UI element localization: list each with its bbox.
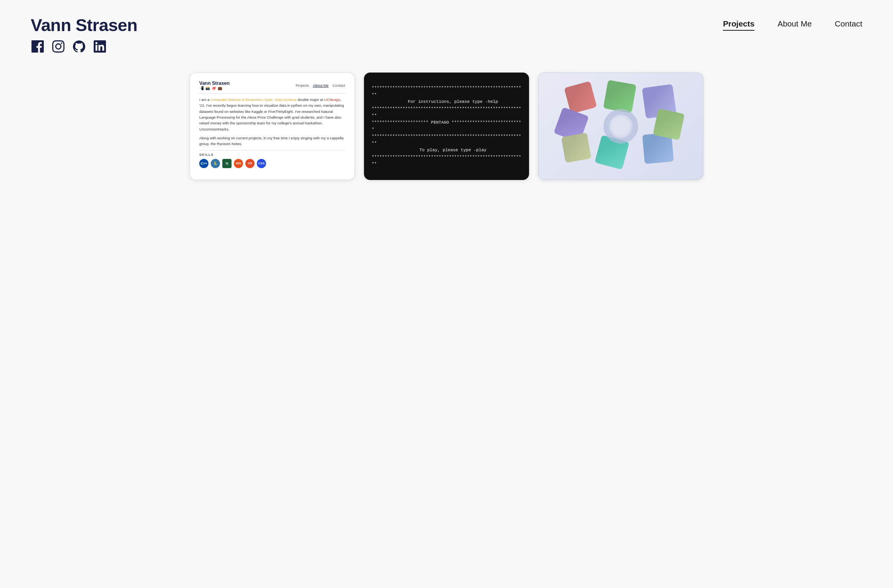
bio-paragraph-2: Along with working on current projects, … bbox=[199, 135, 345, 147]
mini-li-icon: 💼 bbox=[218, 86, 222, 90]
main-nav: Projects About Me Contact bbox=[723, 15, 862, 31]
site-title: Vann Strasen bbox=[31, 15, 137, 35]
skill-badges: C++ 🐍 Dj AWS H5 CSS bbox=[199, 159, 345, 168]
social-icons bbox=[31, 40, 137, 53]
cards-container: Vann Strasen 📲 📸 🐙 💼 Projects About Me C… bbox=[0, 61, 893, 192]
skills-label: SKILLS bbox=[199, 150, 345, 157]
mini-ig-icon: 📸 bbox=[205, 86, 210, 90]
mini-site-title: Vann Strasen 📲 📸 🐙 💼 bbox=[199, 81, 230, 90]
skill-aws: AWS bbox=[234, 159, 243, 168]
mini-gh-icon: 🐙 bbox=[212, 86, 216, 90]
skill-css: CSS bbox=[257, 159, 266, 168]
uchicago-link: UChicago bbox=[324, 97, 340, 102]
nav-about-me[interactable]: About Me bbox=[777, 19, 812, 31]
shapes-container bbox=[556, 80, 686, 172]
github-icon[interactable] bbox=[72, 40, 86, 53]
facebook-icon[interactable] bbox=[31, 40, 45, 53]
nav-projects[interactable]: Projects bbox=[723, 19, 754, 31]
terminal-line-5: ****************************************… bbox=[372, 106, 521, 119]
terminal-line-6: ********************** PENTAGO *********… bbox=[372, 119, 521, 133]
mini-header: Vann Strasen 📲 📸 🐙 💼 Projects About Me C… bbox=[199, 81, 345, 90]
shape-tan-cube bbox=[561, 133, 592, 163]
instagram-icon[interactable] bbox=[51, 40, 65, 53]
mini-nav-projects: Projects bbox=[296, 83, 309, 88]
terminal-line-1: ****************************************… bbox=[372, 85, 521, 99]
shape-lightgreen-cube bbox=[653, 108, 685, 140]
shapes-card bbox=[538, 73, 703, 180]
header-left: Vann Strasen bbox=[31, 15, 137, 53]
linkedin-icon[interactable] bbox=[93, 40, 107, 53]
terminal-line-7: ****************************************… bbox=[372, 133, 521, 147]
center-ring bbox=[604, 109, 638, 144]
mini-nav-contact: Contact bbox=[332, 83, 345, 88]
terminal-line-11: ****************************************… bbox=[372, 154, 521, 168]
nav-contact[interactable]: Contact bbox=[835, 19, 862, 31]
bio-paragraph-1: I am a Computer Science & Economics Spec… bbox=[199, 97, 345, 132]
mini-nav: Projects About Me Contact bbox=[296, 83, 345, 88]
mini-fb-icon: 📲 bbox=[199, 86, 204, 90]
skill-django: Dj bbox=[222, 159, 232, 168]
mini-nav-aboutme: About Me bbox=[313, 83, 329, 88]
skill-python: 🐍 bbox=[211, 159, 220, 168]
terminal-line-9: To play, please type -play bbox=[372, 147, 521, 154]
skill-html: H5 bbox=[245, 159, 255, 168]
divider bbox=[199, 93, 345, 94]
page-header: Vann Strasen bbox=[0, 0, 893, 61]
terminal-card: ****************************************… bbox=[364, 73, 529, 180]
skill-cpp: C++ bbox=[199, 159, 208, 168]
mini-social-icons: 📲 📸 🐙 💼 bbox=[199, 86, 230, 90]
cs-link: Computer Science & Economics Spec. Data … bbox=[210, 97, 297, 102]
shape-green-cube bbox=[603, 80, 637, 113]
terminal-line-3: For instructions, please type -help bbox=[372, 99, 521, 106]
portfolio-preview-card: Vann Strasen 📲 📸 🐙 💼 Projects About Me C… bbox=[190, 73, 355, 180]
